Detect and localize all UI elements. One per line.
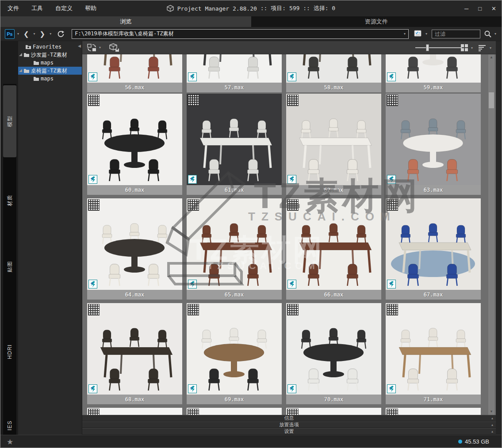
asset-cell-56.max[interactable]: 56.max: [87, 54, 182, 92]
grid-view-icon[interactable]: [460, 44, 468, 52]
path-dropdown-caret[interactable]: ▾: [403, 32, 406, 36]
menu-item[interactable]: 文件: [8, 4, 19, 12]
save-model-icon[interactable]: [109, 43, 120, 53]
asset-thumbnail[interactable]: [87, 408, 182, 415]
thumbnail-size-slider[interactable]: [415, 47, 462, 48]
asset-thumbnail[interactable]: [187, 198, 282, 290]
asset-thumbnail[interactable]: [87, 94, 182, 185]
asset-cell-71.max[interactable]: 71.max: [386, 303, 481, 404]
asset-thumbnail[interactable]: [386, 198, 481, 290]
asset-label: 66.max: [286, 290, 381, 300]
back-button[interactable]: ❮: [22, 30, 31, 38]
asset-cell-65.max[interactable]: 65.max: [187, 198, 282, 300]
asset-cell-57.max[interactable]: 57.max: [187, 54, 282, 92]
category-tab-1[interactable]: 模型: [3, 85, 16, 157]
preview-panel-icon[interactable]: [413, 30, 423, 38]
category-tab-4[interactable]: HDRI: [3, 325, 16, 378]
filter-input[interactable]: [434, 30, 478, 38]
asset-thumbnail[interactable]: [286, 198, 381, 290]
scrollbar-thumb[interactable]: [489, 92, 494, 108]
vertical-scrollbar[interactable]: ▲ ▼: [488, 54, 494, 415]
asset-thumbnail[interactable]: [386, 303, 481, 395]
view-dropdown-caret[interactable]: ▾: [470, 46, 474, 50]
asset-cell-66.max[interactable]: 66.max: [286, 198, 381, 300]
asset-cell-70.max[interactable]: 70.max: [286, 303, 381, 404]
tree-item-沙发篇-tz素材[interactable]: 沙发篇-TZ素材: [18, 51, 82, 59]
relink-dropdown-caret[interactable]: ▾: [98, 46, 102, 49]
slider-handle[interactable]: [426, 44, 429, 51]
path-input[interactable]: [74, 30, 403, 38]
panel-collapse-icon[interactable]: ▴: [491, 429, 493, 434]
preview-dropdown-caret[interactable]: ▾: [425, 32, 428, 36]
asset-cell-60.max[interactable]: 60.max: [87, 94, 182, 195]
asset-thumbnail[interactable]: [87, 54, 182, 83]
asset-thumbnail[interactable]: [87, 198, 182, 290]
asset-thumbnail[interactable]: [87, 303, 182, 395]
refresh-icon[interactable]: [57, 30, 65, 38]
asset-thumbnail[interactable]: [286, 54, 381, 83]
navigation-bar: Ps ▾ ❮ ▾ ❯ ▾ ▾ ▾ ▾: [0, 27, 502, 41]
favorites-star-icon[interactable]: ★: [7, 437, 13, 447]
asset-thumbnail[interactable]: [286, 94, 381, 185]
menu-item[interactable]: 自定义: [55, 4, 73, 12]
category-tab-3[interactable]: 贴图: [3, 240, 16, 293]
asset-cell-partial[interactable]: [286, 408, 381, 415]
panel-collapse-icon[interactable]: ▴: [491, 415, 493, 421]
panel-collapse-icon[interactable]: ◀: [78, 44, 81, 48]
asset-cell-69.max[interactable]: 69.max: [187, 303, 282, 404]
maximize-button[interactable]: □: [478, 5, 482, 12]
tree-item-maps[interactable]: maps: [18, 59, 82, 67]
qr-code: [188, 409, 199, 415]
tree-item-桌椅篇-tz素材[interactable]: 桌椅篇-TZ素材: [18, 67, 82, 75]
asset-cell-62.max[interactable]: 62.max: [286, 94, 381, 195]
relink-assets-icon[interactable]: [87, 43, 98, 53]
max-file-icon: [287, 280, 296, 289]
expand-triangle-icon[interactable]: [19, 53, 22, 56]
scroll-down-icon[interactable]: ▼: [488, 409, 494, 415]
asset-thumbnail[interactable]: [187, 54, 282, 83]
tree-item-favorites[interactable]: Favorites: [18, 43, 82, 51]
asset-thumbnail[interactable]: [386, 54, 481, 83]
asset-cell-63.max[interactable]: 63.max: [386, 94, 481, 195]
tab-browse[interactable]: 浏览: [0, 16, 251, 27]
asset-thumbnail[interactable]: [286, 408, 381, 415]
asset-thumbnail[interactable]: [386, 94, 481, 185]
panel-collapse-icon[interactable]: ▴: [491, 422, 493, 428]
sort-dropdown-caret[interactable]: ▾: [489, 46, 492, 50]
photoshop-icon[interactable]: Ps: [5, 29, 15, 39]
asset-cell-64.max[interactable]: 64.max: [87, 198, 182, 300]
asset-thumbnail[interactable]: [187, 94, 282, 185]
panel-title: 设置: [284, 429, 294, 434]
panel-header-2[interactable]: 放置选项▴: [82, 421, 496, 428]
panel-header-3[interactable]: 设置▴: [82, 428, 496, 435]
asset-thumbnail[interactable]: [187, 408, 282, 415]
asset-cell-partial[interactable]: [87, 408, 182, 415]
search-dropdown-caret[interactable]: ▾: [494, 32, 497, 36]
search-icon[interactable]: [484, 30, 492, 38]
asset-cell-59.max[interactable]: 59.max: [386, 54, 481, 92]
asset-cell-67.max[interactable]: 67.max: [386, 198, 481, 300]
asset-thumbnail[interactable]: [187, 303, 282, 395]
expand-triangle-icon[interactable]: [19, 69, 22, 72]
category-tab-2[interactable]: 材质: [3, 174, 16, 227]
asset-thumbnail[interactable]: [286, 303, 381, 395]
sort-icon[interactable]: [478, 44, 487, 51]
asset-cell-partial[interactable]: [187, 408, 282, 415]
asset-cell-partial[interactable]: [386, 408, 481, 415]
forward-button[interactable]: ❯: [38, 30, 47, 38]
forward-dropdown-caret[interactable]: ▾: [49, 32, 52, 36]
minimize-button[interactable]: ─: [464, 5, 468, 12]
menu-item[interactable]: 帮助: [85, 4, 96, 12]
tree-item-maps[interactable]: maps: [18, 75, 82, 83]
back-dropdown-caret[interactable]: ▾: [33, 32, 36, 36]
asset-cell-68.max[interactable]: 68.max: [87, 303, 182, 404]
menu-item[interactable]: 工具: [31, 4, 43, 12]
close-button[interactable]: ✕: [491, 5, 496, 12]
scroll-up-icon[interactable]: ▲: [488, 54, 494, 61]
panel-header-1[interactable]: 信息▴: [82, 415, 496, 421]
ps-dropdown-caret[interactable]: ▾: [16, 32, 20, 36]
tab-resource-files[interactable]: 资源文件: [251, 16, 502, 27]
asset-cell-58.max[interactable]: 58.max: [286, 54, 381, 92]
asset-cell-61.max[interactable]: 61.max: [187, 94, 282, 195]
asset-thumbnail[interactable]: [386, 408, 481, 415]
